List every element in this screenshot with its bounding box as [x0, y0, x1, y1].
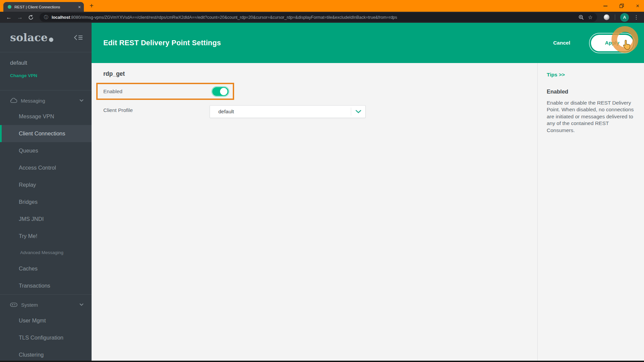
- window-controls: ×: [603, 0, 639, 12]
- logo-dot: [49, 38, 53, 42]
- tab-favicon-icon: [8, 5, 11, 9]
- sidebar-item-caches[interactable]: Caches: [0, 260, 92, 277]
- zoom-page-icon[interactable]: [579, 15, 584, 20]
- vpn-block: default Change VPN: [0, 52, 92, 90]
- sidebar-divider: [0, 90, 92, 90]
- chevron-down-icon: [79, 99, 84, 102]
- url-path: :8080/#/msg-vpns/ZGVmYXVsdA==/client/res…: [70, 15, 397, 20]
- change-vpn-link[interactable]: Change VPN: [10, 73, 82, 78]
- rdp-name: rdp_get: [103, 70, 125, 77]
- site-info-icon[interactable]: ⓘ: [44, 14, 48, 20]
- select-chevron-down-icon[interactable]: [351, 110, 365, 113]
- window-minimize-icon[interactable]: [603, 6, 607, 6]
- sidebar-item-access-control[interactable]: Access Control: [0, 159, 92, 176]
- sidebar-item-transactions[interactable]: Transactions: [0, 277, 92, 294]
- sidebar-item-tls-configuration[interactable]: TLS Configuration: [0, 329, 92, 346]
- current-vpn-name: default: [10, 60, 82, 66]
- sidebar-section-system[interactable]: System: [0, 297, 92, 312]
- sidebar-item-clustering[interactable]: Clustering: [0, 346, 92, 362]
- tips-heading: Enabled: [547, 88, 637, 95]
- sidebar-item-replay[interactable]: Replay: [0, 176, 92, 193]
- browser-window: REST | Client Connections × + × ← → ⓘ lo…: [0, 0, 644, 362]
- browser-titlebar: REST | Client Connections × + ×: [0, 0, 644, 12]
- rdp-settings-form: rdp_get Enabled Client Profile default: [92, 63, 537, 362]
- collapse-sidebar-icon[interactable]: [74, 35, 83, 41]
- app-shell: solace default Change VPN: [0, 23, 644, 362]
- chevron-down-icon: [79, 303, 84, 306]
- sidebar-item-jms-jndi[interactable]: JMS JNDI: [0, 210, 92, 228]
- back-icon[interactable]: ←: [6, 14, 12, 20]
- solace-logo: solace: [10, 31, 48, 44]
- apply-button[interactable]: Apply: [591, 35, 633, 51]
- cancel-button[interactable]: Cancel: [553, 40, 570, 46]
- content-area: Edit REST Delivery Point Settings Cancel…: [92, 23, 644, 362]
- enabled-label: Enabled: [103, 88, 122, 95]
- sidebar-item-queues[interactable]: Queues: [0, 142, 92, 159]
- toolbar-separator: [615, 14, 615, 20]
- sidebar-item-client-connections[interactable]: Client Connections: [0, 125, 92, 142]
- window-close-icon[interactable]: ×: [636, 3, 639, 9]
- browser-menu-icon[interactable]: ⋮: [634, 14, 639, 20]
- new-tab-button[interactable]: +: [90, 2, 94, 9]
- tab-close-icon[interactable]: ×: [78, 5, 81, 9]
- cloud-icon: [10, 98, 17, 103]
- sidebar-item-try-me[interactable]: Try Me!: [0, 228, 92, 245]
- client-profile-value: default: [210, 109, 351, 115]
- browser-toolbar: ← → ⓘ localhost:8080/#/msg-vpns/ZGVmYXVs…: [0, 12, 644, 23]
- url-host: localhost: [52, 15, 70, 20]
- sidebar-section-messaging[interactable]: Messaging: [0, 93, 92, 108]
- toggle-knob: [220, 88, 227, 95]
- reload-icon[interactable]: [28, 15, 34, 20]
- tips-panel: Tips >> Enabled Enable or disable the RE…: [538, 63, 644, 362]
- client-profile-label: Client Profile: [103, 104, 133, 117]
- url-bar[interactable]: ⓘ localhost:8080/#/msg-vpns/ZGVmYXVsdA==…: [40, 13, 597, 22]
- tips-body: Enable or disable the REST Delivery Poin…: [547, 100, 635, 134]
- enabled-toggle[interactable]: [212, 87, 228, 96]
- tips-link[interactable]: Tips >>: [547, 72, 637, 78]
- url-text[interactable]: localhost:8080/#/msg-vpns/ZGVmYXVsdA==/c…: [52, 15, 575, 20]
- profile-avatar[interactable]: A: [620, 13, 629, 22]
- main-row: rdp_get Enabled Client Profile default: [92, 63, 644, 362]
- forward-icon[interactable]: →: [17, 14, 23, 20]
- window-restore-icon[interactable]: [620, 4, 624, 8]
- window-bottom-edge: [0, 361, 644, 362]
- page-header: Edit REST Delivery Point Settings Cancel…: [92, 23, 644, 63]
- logo-row: solace: [0, 23, 92, 52]
- browser-tab[interactable]: REST | Client Connections ×: [3, 2, 84, 12]
- extension-icon[interactable]: [604, 14, 609, 20]
- sidebar: solace default Change VPN: [0, 23, 92, 362]
- sidebar-item-message-vpn[interactable]: Message VPN: [0, 108, 92, 125]
- bookmark-star-icon[interactable]: ☆: [588, 14, 593, 20]
- system-icon: [10, 302, 17, 307]
- page-title: Edit REST Delivery Point Settings: [103, 39, 221, 47]
- sidebar-item-user-mgmt[interactable]: User Mgmt: [0, 312, 92, 329]
- sidebar-divider: [0, 294, 92, 295]
- sidebar-item-bridges[interactable]: Bridges: [0, 193, 92, 210]
- sidebar-item-advanced-messaging[interactable]: Advanced Messaging: [0, 245, 92, 260]
- tab-title: REST | Client Connections: [14, 5, 76, 9]
- enabled-field-highlight: Enabled: [96, 83, 234, 100]
- client-profile-select[interactable]: default: [210, 105, 366, 118]
